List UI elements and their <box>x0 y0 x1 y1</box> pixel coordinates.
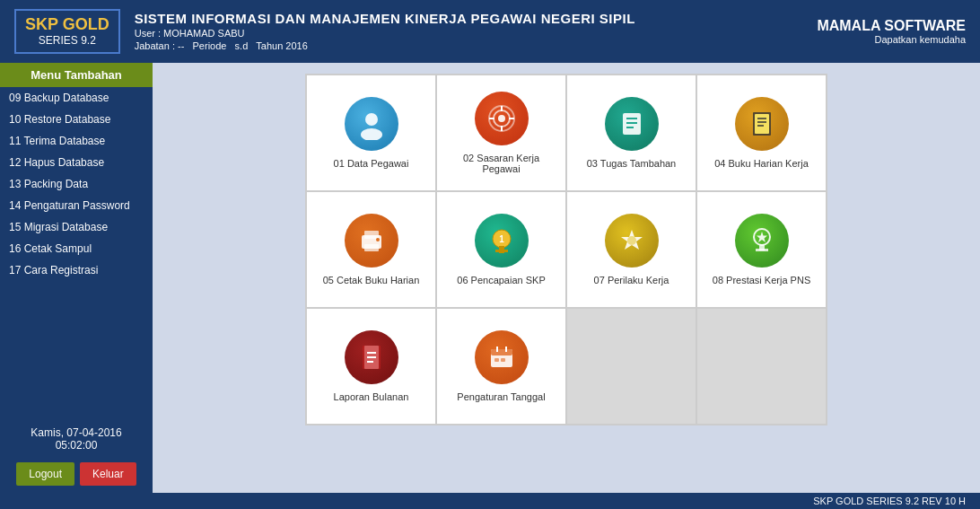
footer-label: SKP GOLD SERIES 9.2 REV 10 H <box>813 496 966 506</box>
icon-data-pegawai <box>345 97 398 151</box>
footer: SKP GOLD SERIES 9.2 REV 10 H <box>0 493 980 509</box>
grid-cell-07[interactable]: 07 Perilaku Kerja <box>566 191 696 308</box>
sidebar-item-12[interactable]: 12 Hapus Database <box>0 152 153 173</box>
brand-name: MAMALA SOFTWARE <box>817 18 966 34</box>
sidebar-item-10[interactable]: 10 Restore Database <box>0 109 153 130</box>
user-info: User : MOHAMAD SABU <box>135 28 635 39</box>
svg-rect-43 <box>501 358 505 362</box>
logo-box: SKP GOLD SERIES 9.2 <box>14 9 120 54</box>
main-grid: 01 Data Pegawai 02 <box>305 74 827 426</box>
svg-rect-24 <box>495 250 508 252</box>
icon-buku-harian <box>735 97 789 151</box>
label-08: 08 Prestasi Kerja PNS <box>713 275 810 285</box>
jabatan-label: Jabatan : <box>135 40 175 51</box>
svg-point-1 <box>361 128 382 140</box>
header-info: SISTEM INFORMASI DAN MANAJEMEN KINERJA P… <box>135 11 635 51</box>
svg-rect-31 <box>756 249 768 251</box>
icon-perilaku-kerja <box>605 214 659 268</box>
sidebar-menu: 09 Backup Database 10 Restore Database 1… <box>0 87 153 416</box>
icon-pencapaian-skp: 1 <box>475 214 529 268</box>
logo-sub: SERIES 9.2 <box>25 34 109 47</box>
icon-sasaran-kerja <box>475 92 529 145</box>
user-name: MOHAMAD SABU <box>163 28 244 39</box>
svg-point-21 <box>376 238 380 241</box>
periode-label: Periode <box>193 40 227 51</box>
grid-cell-08[interactable]: 08 Prestasi Kerja PNS <box>696 191 827 308</box>
grid-cell-empty2 <box>696 308 827 425</box>
sidebar-header: Menu Tambahan <box>0 63 153 87</box>
header-left: SKP GOLD SERIES 9.2 SISTEM INFORMASI DAN… <box>14 9 635 54</box>
header-right: MAMALA SOFTWARE Dapatkan kemudaha <box>817 18 966 45</box>
periode-value: s.d <box>235 40 249 51</box>
jabatan-value: -- <box>178 40 184 51</box>
grid-cell-01[interactable]: 01 Data Pegawai <box>306 75 436 191</box>
svg-rect-39 <box>491 349 512 355</box>
logout-button[interactable]: Logout <box>16 462 74 486</box>
label-03: 03 Tugas Tambahan <box>587 158 676 169</box>
main-title: SISTEM INFORMASI DAN MANAJEMEN KINERJA P… <box>135 11 635 26</box>
brand-tagline: Dapatkan kemudaha <box>817 34 966 45</box>
svg-point-27 <box>627 236 636 245</box>
tahun-label: Tahun 2016 <box>256 40 308 51</box>
jabatan-info: Jabatan : -- Periode s.d Tahun 2016 <box>135 40 635 51</box>
sidebar-item-17[interactable]: 17 Cara Registrasi <box>0 259 153 281</box>
label-05: 05 Cetak Buku Harian <box>323 275 420 285</box>
sidebar-item-14[interactable]: 14 Pengaturan Password <box>0 195 153 216</box>
label-lap: Laporan Bulanan <box>334 391 409 402</box>
label-01: 01 Data Pegawai <box>334 158 409 169</box>
svg-marker-29 <box>757 232 767 242</box>
sidebar-bottom: Kamis, 07-04-2016 05:02:00 Logout Keluar <box>0 416 153 493</box>
svg-text:1: 1 <box>499 234 504 244</box>
label-04: 04 Buku Harian Kerja <box>714 158 809 169</box>
main-layout: Menu Tambahan 09 Backup Database 10 Rest… <box>0 63 980 493</box>
btn-row: Logout Keluar <box>7 462 145 486</box>
grid-cell-06[interactable]: 1 06 Pencapaian SKP <box>436 191 566 308</box>
header: SKP GOLD SERIES 9.2 SISTEM INFORMASI DAN… <box>0 0 980 63</box>
sidebar-item-16[interactable]: 16 Cetak Sampul <box>0 238 153 259</box>
grid-cell-peng[interactable]: Pengaturan Tanggal <box>436 308 566 425</box>
logo-title: SKP GOLD <box>25 16 109 34</box>
datetime-line1: Kamis, 07-04-2016 <box>11 426 142 439</box>
grid-cell-03[interactable]: 03 Tugas Tambahan <box>566 75 696 191</box>
icon-pengaturan-tanggal <box>475 330 529 384</box>
sidebar-item-15[interactable]: 15 Migrasi Database <box>0 216 153 238</box>
grid-cell-05[interactable]: 05 Cetak Buku Harian <box>306 191 436 308</box>
svg-rect-20 <box>364 244 379 251</box>
svg-point-0 <box>365 113 378 126</box>
icon-cetak-buku <box>345 214 398 268</box>
content-area: 01 Data Pegawai 02 <box>153 63 980 493</box>
grid-cell-empty1 <box>566 308 696 425</box>
icon-tugas-tambahan <box>605 97 659 151</box>
icon-prestasi-kerja <box>735 214 789 268</box>
grid-cell-lap[interactable]: Laporan Bulanan <box>306 308 436 425</box>
sidebar-item-09[interactable]: 09 Backup Database <box>0 87 153 109</box>
datetime-box: Kamis, 07-04-2016 05:02:00 <box>7 423 145 455</box>
datetime-line2: 05:02:00 <box>11 439 142 452</box>
svg-rect-19 <box>364 231 379 239</box>
sidebar-item-13[interactable]: 13 Packing Data <box>0 173 153 195</box>
keluar-button[interactable]: Keluar <box>80 462 136 486</box>
svg-point-4 <box>498 115 505 122</box>
label-02: 02 Sasaran Kerja Pegawai <box>446 153 556 174</box>
svg-rect-14 <box>755 114 769 134</box>
user-label: User : <box>135 28 161 39</box>
svg-rect-42 <box>494 358 499 362</box>
sidebar-item-11[interactable]: 11 Terima Database <box>0 130 153 152</box>
label-07: 07 Perilaku Kerja <box>594 275 669 285</box>
icon-laporan-bulanan <box>345 330 398 384</box>
label-06: 06 Pencapaian SKP <box>457 275 545 285</box>
sidebar: Menu Tambahan 09 Backup Database 10 Rest… <box>0 63 153 493</box>
label-peng: Pengaturan Tanggal <box>457 391 545 402</box>
grid-cell-02[interactable]: 02 Sasaran Kerja Pegawai <box>436 75 566 191</box>
grid-cell-04[interactable]: 04 Buku Harian Kerja <box>696 75 827 191</box>
